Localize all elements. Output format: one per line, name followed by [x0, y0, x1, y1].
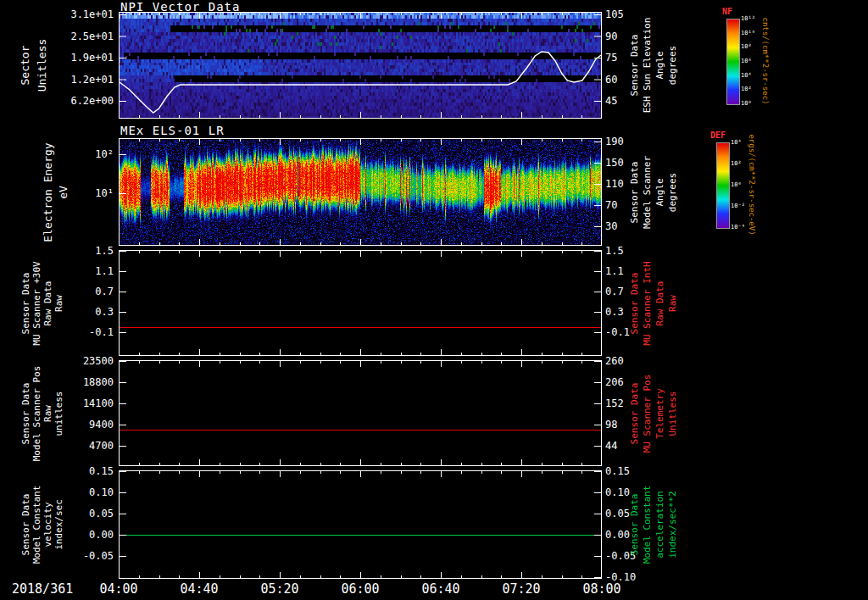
colorbar-tick-label: 10⁰	[731, 181, 742, 188]
x-axis-tick-label: 07:20	[483, 581, 559, 597]
panel1-right-tick: 45	[605, 95, 617, 107]
panel1-right-tick: 75	[605, 52, 617, 64]
panel1-right-tick: 105	[605, 8, 624, 20]
panel5-plot	[119, 470, 602, 579]
panel1-left-axis-label: Sector Unitless	[17, 39, 51, 92]
colorbar-nf-label: NF	[722, 7, 732, 16]
colorbar-tick-label: 10⁶	[741, 58, 752, 64]
colorbar-nf	[726, 19, 740, 105]
panel3-plot	[119, 250, 602, 356]
colorbar-tick-label: 10²	[741, 86, 752, 92]
panel3-right-tick: 1.5	[605, 245, 624, 257]
colorbar-tick-label: 10²	[731, 160, 742, 167]
colorbar-tick-label: 10⁸	[741, 43, 752, 50]
colorbar-tick-label: 10⁴	[731, 139, 742, 146]
panel2-right-tick: 110	[605, 178, 624, 190]
panel2-right-tick: 30	[605, 220, 617, 232]
panel1-right-tick: 90	[605, 31, 617, 42]
panel1-left-tick: 3.1e+01	[0, 8, 114, 20]
colorbar-def-label: DEF	[710, 131, 726, 140]
panel2-right-tick: 190	[605, 136, 624, 147]
panel4-right-tick: 98	[605, 419, 617, 431]
panel5-right-tick: 0.05	[605, 508, 630, 519]
spectrogram-figure: NPI Vector Data MEx ELS-01 LR 2018/361 N…	[0, 0, 868, 600]
colorbar-tick-label: 10¹⁰	[741, 30, 755, 36]
panel4-left-axis-label: Sensor Data Model Scanner Pos Raw unitle…	[20, 365, 64, 461]
panel1-right-tick: 60	[605, 74, 617, 86]
panel3-right-tick: 1.1	[605, 265, 624, 277]
panel3-right-tick: -0.1	[605, 326, 630, 338]
panel5-right-axis-label: Sensor Data Model Constant acceleration …	[628, 486, 679, 564]
panel2-title: MEx ELS-01 LR	[120, 124, 225, 137]
colorbar-tick-label: 10¹²	[741, 15, 755, 22]
panel2-left-axis-label: Electron Energy eV	[41, 142, 71, 242]
panel5-right-tick: 0.10	[605, 486, 630, 498]
x-axis-tick-label: 05:20	[242, 581, 318, 597]
panel2-plot	[119, 138, 602, 246]
panel3-right-axis-label: Sensor Data MU Scanner IntH Raw Data Raw	[628, 261, 679, 345]
panel1-plot	[119, 12, 602, 119]
panel3-right-tick: 0.3	[605, 306, 624, 318]
colorbar-tick-label: 10⁻⁴	[731, 224, 745, 231]
panel2-right-tick: 150	[605, 157, 624, 169]
panel3-right-tick: 0.7	[605, 286, 624, 297]
colorbar-nf-units: cnts/(cm**2-sr-sec)	[761, 18, 770, 105]
colorbar-tick-label: 10⁰	[741, 100, 752, 107]
panel5-left-tick: 0.15	[0, 465, 114, 477]
panel3-left-tick: 1.5	[0, 245, 114, 257]
panel3-left-axis-label: Sensor Data MU Scanner +30V Raw Data Raw	[20, 261, 64, 345]
colorbar-def	[716, 142, 730, 229]
colorbar-def-units: ergs/(cm**2-sr-sec-eV)	[748, 134, 756, 235]
x-axis-tick-label: 06:40	[403, 581, 479, 597]
colorbar-tick-label: 10⁻²	[731, 203, 745, 209]
panel1-left-tick: 6.2e+00	[0, 95, 114, 107]
panel4-right-tick: 152	[605, 397, 624, 409]
x-axis-date-label: 2018/361	[12, 581, 73, 597]
panel4-right-axis-label: Sensor Data MU Scanner Pos Telemetry Uni…	[628, 374, 679, 453]
x-axis-tick-label: 04:40	[161, 581, 237, 597]
x-axis-tick-label: 04:00	[81, 581, 157, 597]
panel5-right-tick: 0.00	[605, 529, 630, 541]
colorbar-tick-label: 10⁴	[741, 72, 752, 79]
panel4-right-tick: 260	[605, 355, 624, 367]
panel4-right-tick: 44	[605, 440, 617, 452]
panel4-right-tick: 206	[605, 376, 624, 388]
x-axis-tick-label: 06:00	[322, 581, 398, 597]
panel2-right-tick: 70	[605, 199, 617, 211]
x-axis-tick-label: 08:00	[564, 581, 640, 597]
panel2-right-axis-label: Sensor Data Model Scanner Angle degrees	[628, 155, 679, 228]
panel5-right-tick: 0.15	[605, 465, 630, 477]
panel4-plot	[119, 360, 602, 466]
panel5-left-axis-label: Sensor Data Model Constant velocity inde…	[20, 486, 64, 564]
panel1-right-axis-label: Sensor Data ESH Sun Elevation Angle degr…	[628, 18, 679, 114]
